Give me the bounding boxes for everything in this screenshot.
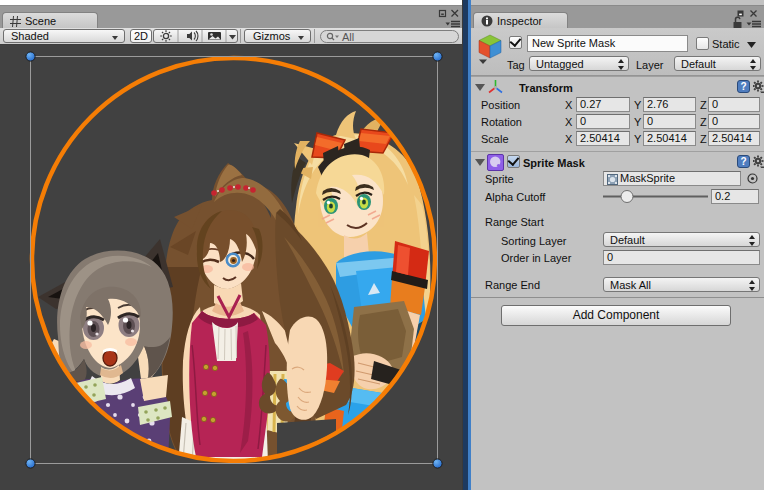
svg-text:?: ? [740,81,746,92]
svg-text:?: ? [740,156,746,167]
